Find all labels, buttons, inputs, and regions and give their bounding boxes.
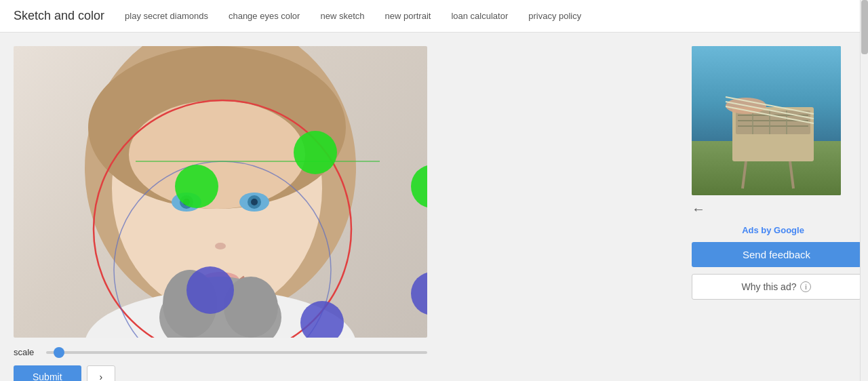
send-feedback-button[interactable]: Send feedback	[692, 242, 861, 267]
nav-privacy-policy[interactable]: privacy policy	[528, 11, 581, 21]
back-arrow-icon[interactable]: ←	[692, 202, 854, 216]
submit-button[interactable]: Submit	[14, 365, 81, 381]
svg-point-10	[215, 243, 226, 249]
ads-by-google-label: Ads by Google	[692, 225, 854, 235]
header: Sketch and color play secret diamonds ch…	[0, 0, 868, 33]
scale-slider[interactable]	[46, 351, 427, 354]
nav-loan-calculator[interactable]: loan calculator	[451, 11, 508, 21]
svg-point-22	[186, 266, 234, 314]
svg-rect-28	[736, 111, 810, 134]
nav-change-eyes-color[interactable]: change eyes color	[229, 11, 300, 21]
nav-play-secret-diamonds[interactable]: play secret diamonds	[125, 11, 208, 21]
ad-image	[692, 46, 841, 195]
nav-new-sketch[interactable]: new sketch	[320, 11, 364, 21]
info-icon: i	[800, 281, 811, 292]
svg-point-9	[251, 199, 258, 205]
nav-new-portrait[interactable]: new portrait	[384, 11, 431, 21]
portrait-image-container	[14, 46, 427, 338]
button-row: Submit ›	[14, 365, 115, 381]
scale-row: scale	[14, 347, 427, 357]
site-brand: Sketch and color	[14, 9, 104, 23]
next-button[interactable]: ›	[87, 365, 116, 381]
scrollbar-thumb[interactable]	[861, 0, 868, 54]
svg-point-21	[411, 165, 427, 208]
svg-point-20	[175, 165, 218, 208]
svg-point-19	[294, 131, 337, 174]
scale-label: scale	[14, 347, 38, 357]
face-detection-overlay	[14, 46, 427, 338]
scrollbar-track[interactable]	[860, 0, 868, 381]
ad-image-svg	[692, 46, 841, 195]
right-sidebar: ← Ads by Google Send feedback Why this a…	[692, 46, 854, 300]
why-this-ad-button[interactable]: Why this ad? i	[692, 274, 861, 300]
center-column: scale Submit ›	[14, 46, 678, 381]
main-content: scale Submit ›	[0, 33, 868, 381]
svg-point-23	[411, 272, 427, 315]
